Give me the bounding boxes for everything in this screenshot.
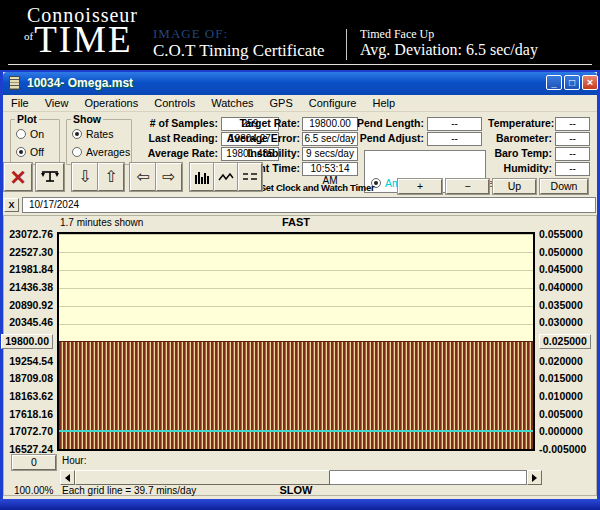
- left-tick: 18709.08: [9, 372, 53, 384]
- minimize-button[interactable]: _: [546, 75, 562, 90]
- plot-off-label: Off: [30, 146, 44, 158]
- target-rate-tick-button[interactable]: 19800.00: [1, 334, 53, 349]
- plus-button[interactable]: +: [398, 179, 442, 194]
- chart-scrollbar-thumb[interactable]: [75, 470, 330, 485]
- right-tick: 0.055000: [539, 228, 583, 240]
- screen: Connoisseur of TIME IMAGE OF: C.O.T Timi…: [0, 0, 600, 510]
- rate-bars: [59, 341, 533, 449]
- menu-help[interactable]: Help: [365, 97, 404, 109]
- window-border-bottom: [0, 499, 600, 510]
- red-x-icon: ×: [10, 164, 25, 190]
- show-rates-radio-circle[interactable]: [72, 129, 82, 139]
- certificate-title: C.O.T Timing Certificate: [153, 41, 325, 61]
- avg-deviation: Avg. Deviation: 6.5 sec/day: [360, 41, 538, 59]
- left-tick: 17072.70: [9, 425, 53, 437]
- dashed-lines-icon: [242, 169, 258, 185]
- right-tick: 0.020000: [539, 355, 583, 367]
- menu-operations[interactable]: Operations: [76, 97, 146, 109]
- fast-label: FAST: [57, 216, 535, 228]
- image-of-label: IMAGE OF:: [153, 26, 228, 42]
- baro-temp-value: --: [555, 147, 590, 161]
- left-tick: 21436.38: [9, 281, 53, 293]
- histogram-view-button[interactable]: [190, 163, 214, 191]
- target-amplitude-tick-button[interactable]: 0.025000: [539, 334, 591, 349]
- up-button[interactable]: Up: [493, 179, 536, 194]
- pend-length-label: Pend Length:: [352, 117, 424, 130]
- samples-label: # of Samples:: [130, 117, 218, 130]
- balance-scale-icon: [40, 168, 60, 186]
- left-tick: 17618.16: [9, 408, 53, 420]
- menu-bar: File View Operations Controls Watches GP…: [3, 95, 597, 112]
- left-tick: 18163.62: [9, 390, 53, 402]
- menu-view[interactable]: View: [37, 97, 77, 109]
- certificate-banner: Connoisseur of TIME IMAGE OF: C.O.T Timi…: [0, 0, 600, 70]
- right-tick: 0.010000: [539, 390, 583, 402]
- left-axis: 23072.76 22527.30 21981.84 21436.38 2089…: [6, 228, 53, 455]
- slow-label: SLOW: [57, 484, 535, 496]
- tab-close-button[interactable]: X: [4, 198, 19, 212]
- left-tick: 23072.76: [9, 228, 53, 240]
- maximize-button[interactable]: □: [564, 75, 580, 90]
- left-tick: 20890.92: [9, 299, 53, 311]
- line-view-button[interactable]: [214, 163, 238, 191]
- right-tick: 0.015000: [539, 372, 583, 384]
- show-rates-radio[interactable]: Rates: [72, 128, 113, 140]
- left-tick: 19254.54: [9, 355, 53, 367]
- slower-button[interactable]: ⇩: [72, 163, 98, 191]
- session-tab[interactable]: 10/17/2024: [22, 197, 596, 213]
- app-icon: [9, 76, 20, 90]
- right-tick: 0.005000: [539, 408, 583, 420]
- right-tick: 0.040000: [539, 281, 583, 293]
- left-tick: 21981.84: [9, 263, 53, 275]
- title-bar[interactable]: 10034- Omega.mst _ □ ×: [3, 72, 597, 95]
- show-group: Show Rates Averages: [66, 119, 132, 165]
- right-axis: 0.055000 0.050000 0.045000 0.040000 0.03…: [539, 228, 597, 455]
- temperature-value: --: [555, 117, 590, 131]
- down-button[interactable]: Down: [540, 179, 588, 194]
- plot-off-radio[interactable]: Off: [16, 146, 44, 158]
- show-averages-radio[interactable]: Averages: [72, 146, 130, 158]
- target-rate-value: 19800.00: [302, 117, 358, 131]
- right-tick: 0.000000: [539, 425, 583, 437]
- last-reading-label: Last Reading:: [130, 132, 218, 145]
- balance-button[interactable]: [36, 163, 64, 191]
- close-button[interactable]: ×: [582, 75, 598, 90]
- humidity-label: Humidity:: [488, 162, 552, 175]
- right-tick: 0.050000: [539, 246, 583, 258]
- plot-on-radio-circle[interactable]: [16, 129, 26, 139]
- average-error-value: 6.5 sec/day: [302, 132, 358, 146]
- show-averages-radio-circle[interactable]: [72, 147, 82, 157]
- humidity-value: --: [555, 162, 590, 176]
- hour-value-box: 0: [12, 455, 56, 470]
- delete-button[interactable]: ×: [4, 163, 32, 191]
- menu-controls[interactable]: Controls: [146, 97, 203, 109]
- right-tick: 0.035000: [539, 299, 583, 311]
- banner-divider: [346, 29, 347, 60]
- menu-file[interactable]: File: [3, 97, 37, 109]
- left-arrow-icon: ⇦: [136, 169, 149, 185]
- histogram-icon: [194, 169, 210, 185]
- menu-watches[interactable]: Watches: [203, 97, 261, 109]
- plot-on-radio[interactable]: On: [16, 128, 44, 140]
- right-tick: 0.030000: [539, 316, 583, 328]
- window-title: 10034- Omega.mst: [27, 76, 133, 90]
- scroll-forward-button[interactable]: ⇨: [156, 163, 182, 191]
- scroll-back-button[interactable]: ⇦: [130, 163, 156, 191]
- logo-time: TIME: [34, 22, 132, 58]
- menu-configure[interactable]: Configure: [301, 97, 365, 109]
- scrollbar-left-button[interactable]: [60, 470, 75, 485]
- temperature-label: Temperature:: [488, 117, 552, 130]
- scroll-left-arrow-icon: [65, 474, 70, 482]
- left-tick: 16527.24: [9, 443, 53, 455]
- left-tick: 20345.46: [9, 316, 53, 328]
- faster-button[interactable]: ⇧: [98, 163, 124, 191]
- minus-button[interactable]: −: [446, 179, 489, 194]
- show-averages-label: Averages: [86, 146, 130, 158]
- zoom-percent: 100.00%: [14, 485, 53, 496]
- pend-adjust-label: Pend Adjust:: [352, 132, 424, 145]
- current-time-value: 10:53:14 AM: [302, 162, 358, 176]
- scrollbar-right-button[interactable]: [527, 470, 542, 485]
- menu-gps[interactable]: GPS: [262, 97, 301, 109]
- plot-off-radio-circle[interactable]: [16, 147, 26, 157]
- dashes-view-button[interactable]: [238, 163, 262, 191]
